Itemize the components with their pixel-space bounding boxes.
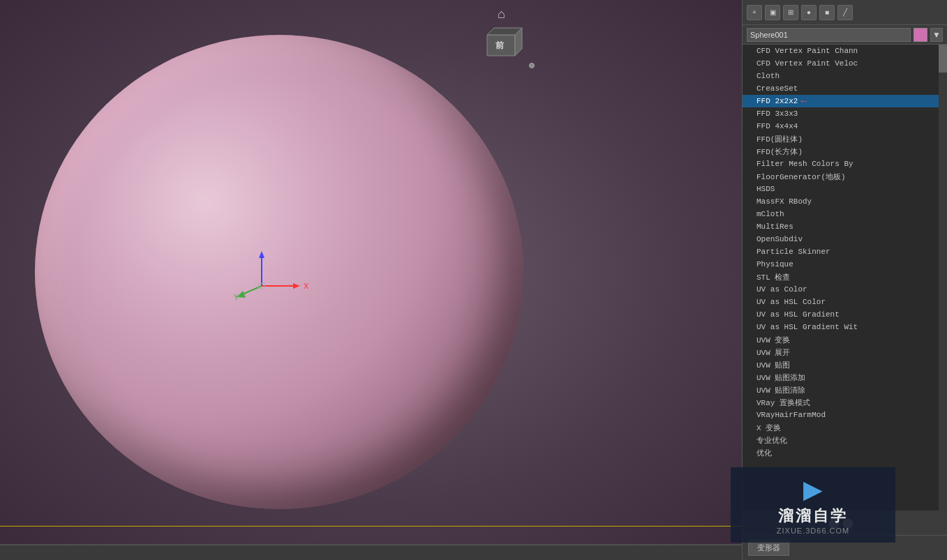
watermark-subtitle: ZIXUE.3D66.COM [777, 527, 849, 535]
watermark-title: 溜溜自学 [778, 506, 848, 527]
modifier-list-item[interactable]: VRayHairFarmMod [743, 409, 947, 421]
save-icon: ⊞ [788, 8, 793, 16]
color-swatch[interactable] [914, 28, 927, 42]
save-button[interactable]: ⊞ [783, 5, 798, 20]
modifier-list-item[interactable]: mCloth [743, 208, 947, 220]
view-cube-svg: 前 [480, 17, 529, 66]
select-button[interactable]: ▣ [765, 5, 780, 20]
modifier-list-item[interactable]: Particle Skinner [743, 245, 947, 258]
modifier-list-item[interactable]: 优化 [743, 446, 947, 459]
modifier-list-item[interactable]: FFD(圆柱体) [743, 133, 947, 145]
scrollbar-thumb[interactable] [939, 45, 947, 73]
modifier-list-item[interactable]: UVW 展开 [743, 346, 947, 358]
scrollbar[interactable] [939, 45, 947, 510]
navigation-cube[interactable]: ⌂ 前 [473, 7, 536, 70]
svg-text:前: 前 [495, 40, 505, 50]
modifier-list-item[interactable]: UVW 贴图添加 [743, 371, 947, 384]
modifier-list-item[interactable]: UVW 变换 [743, 333, 947, 346]
modifier-list-item[interactable]: UV as HSL Gradient Wit [743, 321, 947, 333]
dropdown-button[interactable]: ▼ [930, 28, 943, 42]
svg-marker-3 [293, 283, 300, 289]
modifier-list-item[interactable]: UV as Color [743, 283, 947, 296]
chevron-down-icon: ▼ [932, 30, 941, 40]
add-modifier-button[interactable]: + [747, 5, 762, 20]
modifier-list-item[interactable]: UVW 贴图清除 [743, 384, 947, 396]
svg-marker-1 [259, 251, 264, 258]
modifier-list-item[interactable]: MultiRes [743, 220, 947, 233]
modifier-list-item[interactable]: VRay 置换模式 [743, 396, 947, 409]
modifier-list-item[interactable]: FFD(长方体) [743, 145, 947, 158]
modifier-list-container: CFD Vertex Paint ChannCFD Vertex Paint V… [743, 45, 947, 510]
watermark-play-icon: ▶ [803, 475, 823, 504]
3d-viewport[interactable]: X Y ⌂ 前 [0, 0, 742, 544]
plus-icon: + [752, 8, 756, 16]
modifier-list: CFD Vertex Paint ChannCFD Vertex Paint V… [743, 45, 947, 510]
modifier-list-item[interactable]: HSDS [743, 183, 947, 195]
modifier-list-item[interactable]: Cloth [743, 70, 947, 82]
cube-indicator [529, 63, 535, 68]
sphere-button[interactable]: ● [801, 5, 816, 20]
modifier-list-item[interactable]: CFD Vertex Paint Chann [743, 45, 947, 57]
modifier-list-item[interactable]: FFD 2x2x2 ← [743, 95, 947, 107]
modifier-list-item[interactable]: UVW 贴图 [743, 358, 947, 371]
box-icon: ■ [825, 8, 829, 16]
select-icon: ▣ [770, 8, 776, 16]
modifier-list-item[interactable]: UV as HSL Color [743, 296, 947, 308]
modifier-list-item[interactable]: CreaseSet [743, 82, 947, 95]
watermark-overlay: ▶ 溜溜自学 ZIXUE.3D66.COM [731, 467, 895, 543]
transform-gizmo[interactable]: X Y [230, 248, 314, 303]
modifier-list-item[interactable]: CFD Vertex Paint Veloc [743, 57, 947, 70]
selection-arrow: ← [800, 96, 806, 107]
modifier-list-item[interactable]: UV as HSL Gradient [743, 308, 947, 321]
modifier-list-item[interactable]: FFD 3x3x3 [743, 107, 947, 120]
gizmo-svg: X Y [230, 248, 314, 303]
sphere-icon: ● [807, 8, 811, 16]
modifier-list-item[interactable]: X 变换 [743, 421, 947, 434]
modifier-list-item[interactable]: Filter Mesh Colors By [743, 158, 947, 170]
tool-icon: ╱ [843, 8, 847, 16]
modifier-list-item[interactable]: FFD 4x4x4 [743, 120, 947, 133]
svg-text:Y: Y [234, 293, 239, 301]
object-name-input[interactable]: Sphere001 [747, 28, 911, 42]
modifier-list-item[interactable]: FloorGenerator(地板) [743, 170, 947, 183]
object-name-area: Sphere001 ▼ [743, 25, 947, 45]
modifier-list-item[interactable]: MassFX RBody [743, 195, 947, 208]
modifier-list-item[interactable]: 专业优化 [743, 434, 947, 446]
grid-line [0, 526, 742, 527]
svg-text:X: X [304, 282, 309, 290]
modifier-toolbar: + ▣ ⊞ ● ■ ╱ [743, 0, 947, 25]
viewport-status-bar [0, 545, 742, 560]
modifier-list-item[interactable]: STL 检查 [743, 271, 947, 283]
modifier-list-item[interactable]: OpenSubdiv [743, 233, 947, 245]
box-button[interactable]: ■ [819, 5, 835, 20]
tool-button[interactable]: ╱ [837, 5, 853, 20]
modifier-list-item[interactable]: Physique [743, 258, 947, 271]
